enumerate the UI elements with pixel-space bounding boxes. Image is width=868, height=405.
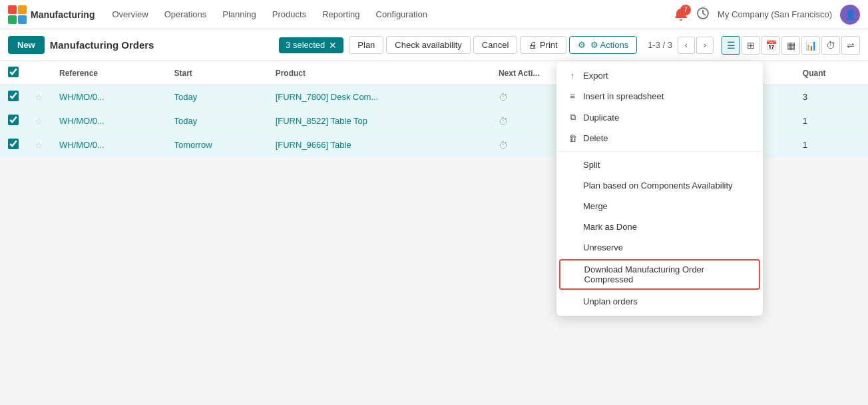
row3-product-cell[interactable]: [FURN_9666] Table [268, 133, 491, 157]
dropdown-separator [556, 151, 763, 152]
row2-star-cell[interactable]: ☆ [27, 109, 51, 133]
row1-clock-icon[interactable]: ⏱ [499, 92, 508, 103]
page-header: New Manufacturing Orders 3 selected ✕ Pl… [0, 29, 868, 61]
notification-button[interactable]: 7 [674, 7, 688, 22]
cancel-button[interactable]: Cancel [473, 36, 517, 54]
row2-ref-cell[interactable]: WH/MO/0... [51, 109, 166, 133]
pagination-controls: ‹ › [678, 37, 714, 54]
product-header[interactable]: Product [268, 61, 491, 85]
row3-quantity-cell: 1 [795, 133, 868, 157]
row2-start-cell: Today [166, 109, 267, 133]
row1-quantity-cell: 3 [795, 85, 868, 109]
row2-start: Today [174, 116, 197, 126]
app-name: Manufacturing [31, 9, 95, 20]
row2-product[interactable]: [FURN_8522] Table Top [276, 116, 367, 126]
action-buttons: Plan Check availability Cancel 🖨 Print ⚙… [349, 36, 637, 54]
export-menu-item[interactable]: ↑ Export [556, 65, 763, 86]
notification-badge: 7 [680, 5, 691, 15]
gear-icon: ⚙ [578, 40, 586, 50]
row1-product-cell[interactable]: [FURN_7800] Desk Com... [268, 85, 491, 109]
clock-view-button[interactable]: ⏱ [821, 36, 840, 55]
row3-checkbox[interactable] [8, 139, 19, 149]
nav-configuration[interactable]: Configuration [369, 7, 434, 22]
insert-spreadsheet-label: Insert in spreadsheet [583, 91, 664, 101]
svg-rect-0 [8, 5, 17, 14]
reference-header[interactable]: Reference [51, 61, 166, 85]
duplicate-icon: ⧉ [567, 112, 578, 123]
selected-badge: 3 selected ✕ [279, 37, 343, 53]
print-button[interactable]: 🖨 Print [520, 36, 566, 54]
row2-star-icon[interactable]: ☆ [35, 116, 43, 127]
user-avatar[interactable]: 👤 [840, 5, 860, 25]
actions-button[interactable]: ⚙ ⚙ Actions [569, 36, 638, 54]
row3-reference[interactable]: WH/MO/0... [59, 140, 105, 150]
row3-start: Tomorrow [174, 140, 212, 150]
filter-columns-button[interactable]: ⇌ [841, 36, 860, 55]
row1-reference[interactable]: WH/MO/0... [59, 92, 105, 102]
actions-dropdown: ↑ Export ≡ Insert in spreadsheet ⧉ Dupli… [556, 61, 763, 157]
company-name: My Company (San Francisco) [718, 9, 832, 19]
next-page-button[interactable]: › [696, 37, 714, 54]
app-logo[interactable]: Manufacturing [8, 5, 95, 24]
nav-right: 7 My Company (San Francisco) 👤 [674, 5, 860, 25]
select-all-header[interactable] [0, 61, 27, 85]
nav-planning[interactable]: Planning [216, 7, 263, 22]
logo-icon [8, 5, 27, 24]
duplicate-label: Duplicate [583, 113, 619, 123]
row1-start: Today [174, 92, 197, 102]
prev-page-button[interactable]: ‹ [678, 37, 695, 54]
duplicate-menu-item[interactable]: ⧉ Duplicate [556, 107, 763, 128]
clock-button[interactable] [696, 7, 710, 22]
row2-product-cell[interactable]: [FURN_8522] Table Top [268, 109, 491, 133]
nav-reporting[interactable]: Reporting [316, 7, 366, 22]
row2-checkbox-cell[interactable] [0, 109, 27, 133]
row1-product[interactable]: [FURN_7800] Desk Com... [276, 92, 379, 102]
row1-start-cell: Today [166, 85, 267, 109]
row1-ref-cell[interactable]: WH/MO/0... [51, 85, 166, 109]
row3-ref-cell[interactable]: WH/MO/0... [51, 133, 166, 157]
row1-star-icon[interactable]: ☆ [35, 92, 43, 103]
svg-rect-1 [18, 5, 27, 14]
row3-product[interactable]: [FURN_9666] Table [276, 140, 351, 150]
top-nav: Manufacturing Overview Operations Planni… [0, 0, 868, 29]
spreadsheet-icon: ≡ [567, 91, 578, 101]
star-header [27, 61, 51, 85]
row2-clock-icon[interactable]: ⏱ [499, 116, 508, 127]
row2-checkbox[interactable] [8, 115, 19, 125]
row3-checkbox-cell[interactable] [0, 133, 27, 157]
insert-spreadsheet-menu-item[interactable]: ≡ Insert in spreadsheet [556, 86, 763, 107]
delete-label: Delete [583, 133, 608, 143]
pagination-info: 1-3 / 3 [648, 40, 672, 50]
kanban-view-button[interactable]: ⊞ [742, 36, 760, 55]
calendar-view-button[interactable]: 📅 [761, 36, 780, 55]
nav-operations[interactable]: Operations [158, 7, 214, 22]
quantity-header[interactable]: Quant [795, 61, 868, 85]
nav-overview[interactable]: Overview [105, 7, 154, 22]
row3-star-cell[interactable]: ☆ [27, 133, 51, 157]
row1-star-cell[interactable]: ☆ [27, 85, 51, 109]
row1-checkbox-cell[interactable] [0, 85, 27, 109]
clock-icon [696, 7, 710, 20]
row2-reference[interactable]: WH/MO/0... [59, 116, 105, 126]
pivot-view-button[interactable]: ▦ [781, 36, 800, 55]
delete-icon: 🗑 [567, 133, 578, 143]
svg-line-6 [703, 13, 706, 15]
row1-checkbox[interactable] [8, 91, 19, 101]
list-view-button[interactable]: ☰ [722, 36, 740, 55]
nav-products[interactable]: Products [266, 7, 313, 22]
plan-button[interactable]: Plan [349, 36, 383, 54]
graph-view-button[interactable]: 📊 [801, 36, 820, 55]
row3-clock-icon[interactable]: ⏱ [499, 140, 508, 151]
selected-count: 3 selected [286, 40, 325, 50]
new-button[interactable]: New [8, 36, 45, 54]
delete-menu-item[interactable]: 🗑 Delete [556, 128, 763, 149]
split-menu-item[interactable]: Split [556, 155, 763, 157]
clear-selection-button[interactable]: ✕ [329, 40, 337, 51]
row3-star-icon[interactable]: ☆ [35, 140, 43, 151]
select-all-checkbox[interactable] [8, 67, 19, 77]
export-label: Export [583, 71, 608, 81]
view-switcher: ☰ ⊞ 📅 ▦ 📊 ⏱ ⇌ [722, 36, 860, 55]
check-availability-button[interactable]: Check availability [386, 36, 470, 54]
page-title: Manufacturing Orders [50, 39, 154, 51]
start-header[interactable]: Start [166, 61, 267, 85]
